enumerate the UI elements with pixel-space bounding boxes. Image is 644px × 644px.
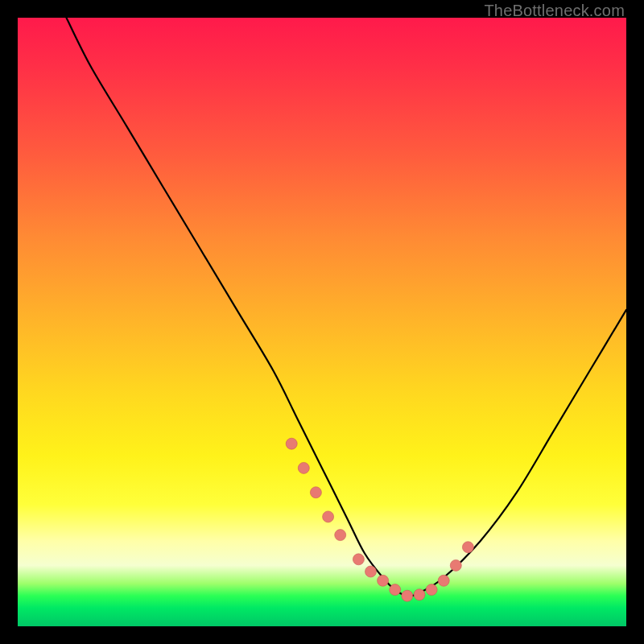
highlight-dot — [286, 438, 297, 449]
highlight-dot — [365, 566, 377, 577]
highlight-dot — [353, 554, 364, 565]
highlight-dot — [390, 584, 401, 596]
curve-svg — [18, 18, 626, 626]
highlight-dot — [462, 542, 473, 553]
highlight-dots-group — [286, 438, 473, 601]
highlight-dot — [323, 511, 334, 522]
highlight-dot — [414, 589, 425, 601]
highlight-dot — [310, 487, 321, 498]
watermark-text: TheBottleneck.com — [484, 2, 625, 20]
bottleneck-curve — [66, 18, 626, 596]
plot-area — [18, 18, 626, 626]
highlight-dot — [298, 462, 309, 473]
highlight-dot — [426, 584, 437, 596]
highlight-dot — [335, 530, 346, 541]
highlight-dot — [378, 575, 389, 586]
highlight-dot — [438, 575, 449, 586]
highlight-dot — [450, 559, 461, 571]
chart-frame: TheBottleneck.com — [0, 0, 644, 644]
highlight-dot — [402, 590, 413, 601]
